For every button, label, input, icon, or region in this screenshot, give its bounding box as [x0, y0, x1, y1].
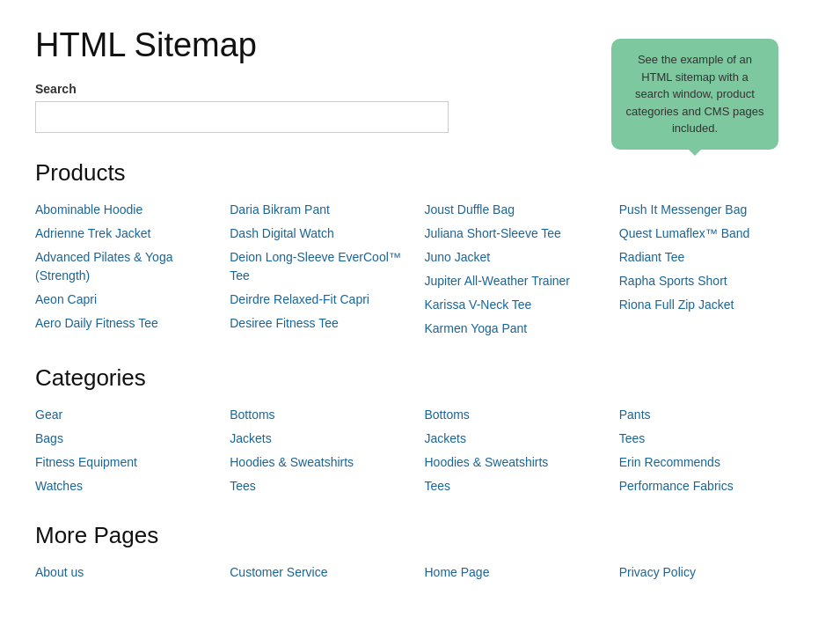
list-item[interactable]: Quest Lumaflex™ Band: [619, 224, 805, 243]
list-item[interactable]: Rapha Sports Short: [619, 272, 805, 290]
list-item[interactable]: Push It Messenger Bag: [619, 201, 805, 219]
list-item[interactable]: Abominable Hoodie: [35, 201, 221, 219]
list-item[interactable]: Juliana Short-Sleeve Tee: [425, 224, 610, 243]
list-item[interactable]: Karmen Yoga Pant: [425, 320, 610, 338]
list-item[interactable]: Dash Digital Watch: [230, 224, 415, 243]
list-item[interactable]: Advanced Pilates & Yoga (Strength): [35, 248, 221, 285]
list-item[interactable]: Customer Service: [230, 563, 415, 582]
list-item[interactable]: Pants: [619, 406, 805, 424]
column-2: BottomsJacketsHoodies & SweatshirtsTees: [425, 406, 610, 496]
column-0: Abominable HoodieAdrienne Trek JacketAdv…: [35, 201, 221, 338]
list-item[interactable]: Gear: [35, 406, 221, 424]
list-item[interactable]: Home Page: [425, 563, 610, 582]
list-item[interactable]: Bags: [35, 430, 221, 448]
list-item[interactable]: Hoodies & Sweatshirts: [230, 453, 415, 472]
column-1: Daria Bikram PantDash Digital WatchDeion…: [230, 201, 415, 338]
column-1: Customer Service: [230, 563, 415, 582]
list-item[interactable]: Privacy Policy: [619, 563, 805, 582]
more-pages-columns: About usCustomer ServiceHome PagePrivacy…: [35, 563, 805, 582]
list-item[interactable]: Hoodies & Sweatshirts: [425, 453, 610, 472]
list-item[interactable]: Jackets: [230, 430, 415, 448]
list-item[interactable]: About us: [35, 563, 221, 582]
list-item[interactable]: Fitness Equipment: [35, 453, 221, 472]
more-pages-section: More Pages About usCustomer ServiceHome …: [35, 522, 805, 582]
list-item[interactable]: Jupiter All-Weather Trainer: [425, 272, 610, 290]
column-1: BottomsJacketsHoodies & SweatshirtsTees: [230, 406, 415, 496]
list-item[interactable]: Aeon Capri: [35, 290, 221, 309]
column-2: Joust Duffle BagJuliana Short-Sleeve Tee…: [425, 201, 610, 338]
products-section: Products Abominable HoodieAdrienne Trek …: [35, 159, 805, 338]
list-item[interactable]: Riona Full Zip Jacket: [619, 296, 805, 314]
list-item[interactable]: Tees: [230, 477, 415, 496]
list-item[interactable]: Adrienne Trek Jacket: [35, 224, 221, 243]
list-item[interactable]: Jackets: [425, 430, 610, 448]
list-item[interactable]: Radiant Tee: [619, 248, 805, 267]
list-item[interactable]: Karissa V-Neck Tee: [425, 296, 610, 314]
list-item[interactable]: Deirdre Relaxed-Fit Capri: [230, 290, 415, 309]
column-3: PantsTeesErin RecommendsPerformance Fabr…: [619, 406, 805, 496]
list-item[interactable]: Watches: [35, 477, 221, 496]
search-input[interactable]: [35, 101, 449, 133]
products-heading: Products: [35, 159, 805, 187]
list-item[interactable]: Erin Recommends: [619, 453, 805, 472]
more-pages-heading: More Pages: [35, 522, 805, 549]
list-item[interactable]: Desiree Fitness Tee: [230, 314, 415, 333]
tooltip-bubble: See the example of an HTML sitemap with …: [611, 39, 778, 150]
column-3: Privacy Policy: [619, 563, 805, 582]
list-item[interactable]: Bottoms: [425, 406, 610, 424]
categories-heading: Categories: [35, 364, 805, 392]
list-item[interactable]: Tees: [425, 477, 610, 496]
list-item[interactable]: Juno Jacket: [425, 248, 610, 267]
column-0: GearBagsFitness EquipmentWatches: [35, 406, 221, 496]
categories-columns: GearBagsFitness EquipmentWatchesBottomsJ…: [35, 406, 805, 496]
list-item[interactable]: Tees: [619, 430, 805, 448]
list-item[interactable]: Joust Duffle Bag: [425, 201, 610, 219]
list-item[interactable]: Daria Bikram Pant: [230, 201, 415, 219]
categories-section: Categories GearBagsFitness EquipmentWatc…: [35, 364, 805, 496]
column-3: Push It Messenger BagQuest Lumaflex™ Ban…: [619, 201, 805, 338]
column-2: Home Page: [425, 563, 610, 582]
list-item[interactable]: Bottoms: [230, 406, 415, 424]
list-item[interactable]: Performance Fabrics: [619, 477, 805, 496]
products-columns: Abominable HoodieAdrienne Trek JacketAdv…: [35, 201, 805, 338]
column-0: About us: [35, 563, 221, 582]
list-item[interactable]: Aero Daily Fitness Tee: [35, 314, 221, 333]
list-item[interactable]: Deion Long-Sleeve EverCool™ Tee: [230, 248, 415, 285]
